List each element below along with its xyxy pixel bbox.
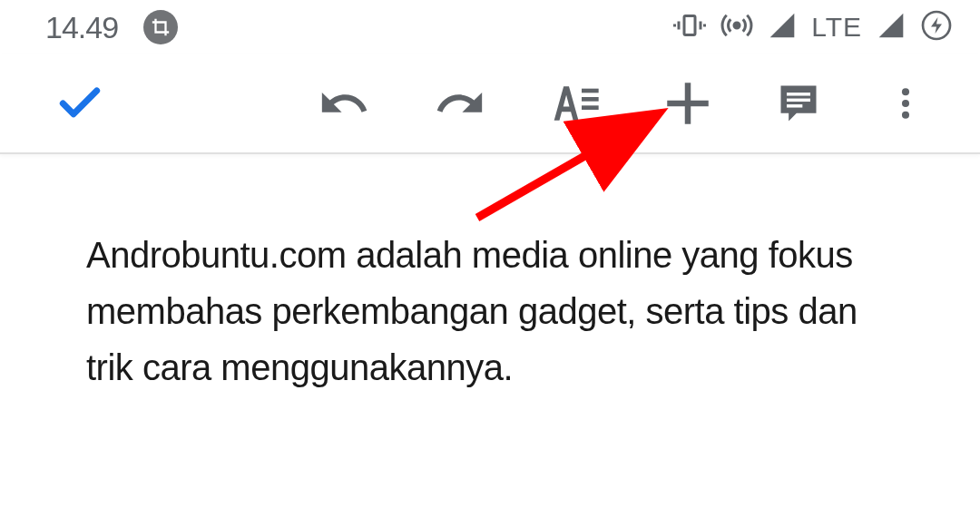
svg-point-5 [734,23,740,28]
svg-rect-13 [787,99,810,102]
svg-point-16 [902,100,909,107]
status-bar: 14.49 LTE [0,0,980,54]
editor-toolbar [0,54,980,154]
signal-2-icon [877,11,906,44]
svg-rect-7 [582,89,599,93]
document-body[interactable]: Androbuntu.com adalah media online yang … [0,154,980,395]
undo-button[interactable] [318,77,370,130]
signal-1-icon [768,11,797,44]
svg-rect-9 [582,105,599,110]
svg-rect-14 [787,104,802,107]
battery-saver-icon [920,9,953,45]
confirm-button[interactable] [54,78,105,129]
comment-button[interactable] [775,80,822,127]
format-text-button[interactable] [550,78,601,129]
hotspot-icon [720,9,753,45]
svg-rect-0 [684,16,695,35]
svg-point-15 [902,88,909,95]
svg-rect-12 [787,93,810,95]
insert-button[interactable] [664,80,711,127]
redo-button[interactable] [434,77,486,130]
network-type-label: LTE [811,12,862,43]
status-time: 14.49 [45,10,118,45]
svg-rect-8 [582,97,599,102]
crop-icon [143,10,178,44]
vibrate-icon [673,9,706,45]
more-menu-button[interactable] [886,83,926,123]
svg-point-17 [902,112,909,119]
document-paragraph[interactable]: Androbuntu.com adalah media online yang … [86,227,898,395]
